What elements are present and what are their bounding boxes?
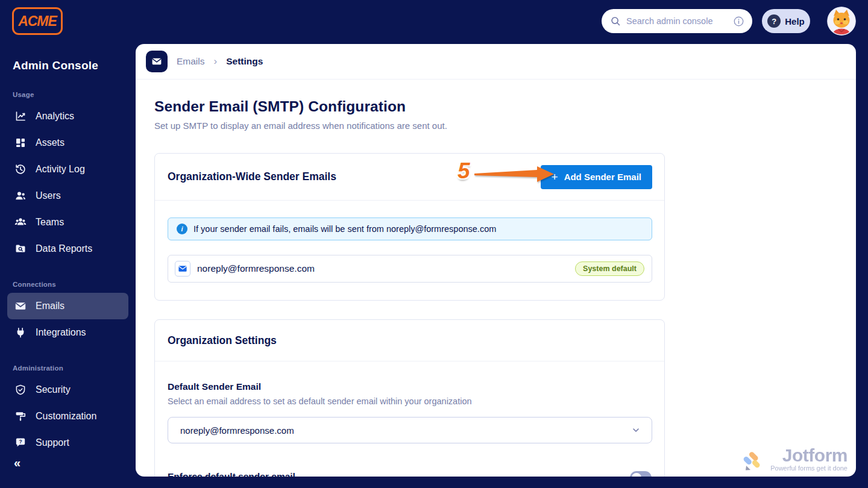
sidebar-item-analytics[interactable]: Analytics <box>0 103 136 130</box>
sidebar-item-label: Users <box>36 190 61 201</box>
breadcrumb-emails-link[interactable]: Emails <box>177 56 205 67</box>
info-banner-text: If your sender email fails, emails will … <box>193 224 496 234</box>
info-banner: i If your sender email fails, emails wil… <box>168 217 652 240</box>
add-sender-email-label: Add Sender Email <box>564 172 641 182</box>
user-avatar[interactable] <box>827 7 856 36</box>
help-label: Help <box>785 16 805 27</box>
default-sender-label: Default Sender Email <box>168 381 652 392</box>
sidebar-item-label: Assets <box>36 137 64 148</box>
analytics-icon <box>14 110 27 122</box>
enforce-default-row: Enforce default sender email <box>168 471 652 477</box>
sidebar-item-assets[interactable]: Assets <box>0 130 136 156</box>
chevron-down-icon <box>631 425 641 435</box>
chevron-right-icon: › <box>214 55 218 67</box>
content-area: Sender Email (SMTP) Configuration Set up… <box>136 98 856 477</box>
avatar-cat-illustration <box>827 7 856 36</box>
shield-check-icon <box>14 384 27 396</box>
assets-icon <box>14 137 27 149</box>
section-label-connections: Connections <box>13 281 136 288</box>
integrations-plug-icon <box>14 327 27 339</box>
sidebar-item-label: Integrations <box>36 327 86 338</box>
sidebar-item-label: Customization <box>36 411 96 422</box>
breadcrumb-current: Settings <box>226 56 263 67</box>
search-input[interactable] <box>626 16 728 26</box>
help-button[interactable]: ? Help <box>762 9 810 33</box>
emails-section-icon <box>146 51 168 72</box>
sidebar-item-security[interactable]: Security <box>0 377 136 403</box>
svg-text:?: ? <box>19 439 22 445</box>
sidebar-item-data-reports[interactable]: Data Reports <box>0 236 136 262</box>
sender-card-title: Organization-Wide Sender Emails <box>168 170 336 183</box>
support-chat-icon: ? <box>14 437 27 449</box>
enforce-default-toggle[interactable] <box>630 471 652 477</box>
acme-logo-text: ACME <box>18 13 57 30</box>
sidebar-item-label: Teams <box>36 217 64 228</box>
section-label-administration: Administration <box>13 364 136 372</box>
org-settings-title: Organization Settings <box>168 334 277 347</box>
sender-emails-card: Organization-Wide Sender Emails + Add Se… <box>154 153 665 301</box>
sidebar-item-label: Data Reports <box>36 243 92 254</box>
sidebar-item-users[interactable]: Users <box>0 183 136 209</box>
system-default-badge: System default <box>575 261 644 276</box>
page-title: Sender Email (SMTP) Configuration <box>154 98 856 115</box>
enforce-default-label: Enforce default sender email <box>168 471 295 477</box>
add-sender-email-button[interactable]: + Add Sender Email <box>541 165 652 189</box>
sender-email-address: noreply@formresponse.com <box>197 263 315 274</box>
sidebar-item-label: Support <box>36 437 69 448</box>
main-panel: Emails › Settings Sender Email (SMTP) Co… <box>136 44 856 477</box>
sidebar: ACME Admin Console Usage Analytics Asset… <box>0 0 136 488</box>
activity-log-icon <box>14 163 27 175</box>
info-icon: i <box>177 224 187 234</box>
sidebar-item-integrations[interactable]: Integrations <box>0 319 136 346</box>
sidebar-item-label: Analytics <box>36 111 74 122</box>
page-subtitle: Set up SMTP to display an email address … <box>154 120 856 131</box>
plus-icon: + <box>552 170 558 184</box>
admin-console-title: Admin Console <box>13 59 136 72</box>
sidebar-item-label: Emails <box>36 301 64 311</box>
sidebar-item-label: Security <box>36 384 71 395</box>
mail-icon <box>175 261 190 277</box>
sidebar-item-teams[interactable]: Teams <box>0 209 136 236</box>
default-sender-value: noreply@formresponse.com <box>180 425 294 436</box>
paint-roller-icon <box>14 410 27 422</box>
users-icon <box>14 190 27 202</box>
sidebar-item-label: Activity Log <box>36 164 85 175</box>
teams-icon <box>14 216 27 228</box>
email-icon <box>14 300 27 312</box>
sidebar-item-customization[interactable]: Customization <box>0 403 136 430</box>
breadcrumb: Emails › Settings <box>136 44 856 80</box>
toggle-knob <box>632 473 641 477</box>
data-reports-icon <box>14 243 27 255</box>
sidebar-collapse-icon[interactable]: « <box>14 456 20 470</box>
acme-logo[interactable]: ACME <box>12 7 63 35</box>
organization-settings-card: Organization Settings Default Sender Ema… <box>154 319 665 477</box>
default-sender-field: Default Sender Email Select an email add… <box>155 361 664 477</box>
section-label-usage: Usage <box>13 91 136 98</box>
sidebar-item-support[interactable]: ? Support <box>0 430 136 456</box>
search-icon <box>610 16 621 27</box>
default-sender-description: Select an email address to set as defaul… <box>168 396 652 406</box>
sender-email-row: noreply@formresponse.com System default <box>168 255 652 283</box>
sidebar-item-emails[interactable]: Emails <box>7 293 128 319</box>
admin-search[interactable] <box>602 9 752 33</box>
question-icon: ? <box>767 14 781 28</box>
default-sender-select[interactable]: noreply@formresponse.com <box>168 417 652 443</box>
sidebar-item-activity-log[interactable]: Activity Log <box>0 156 136 183</box>
search-info-icon[interactable] <box>733 16 744 27</box>
